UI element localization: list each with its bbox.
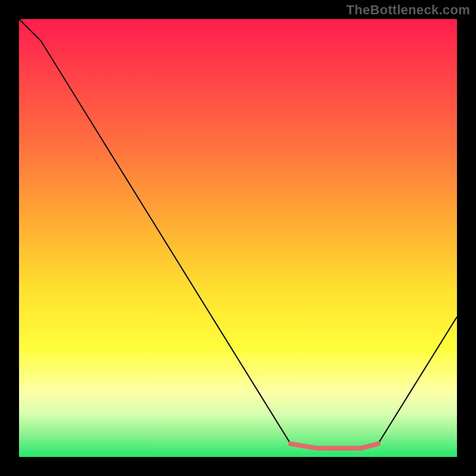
flat-bottom-highlight-path	[290, 444, 378, 448]
plot-area	[19, 19, 457, 457]
chart-svg	[19, 19, 457, 457]
chart-frame: TheBottleneck.com	[0, 0, 476, 476]
watermark-text: TheBottleneck.com	[346, 2, 470, 18]
bottleneck-curve-path	[19, 19, 457, 448]
